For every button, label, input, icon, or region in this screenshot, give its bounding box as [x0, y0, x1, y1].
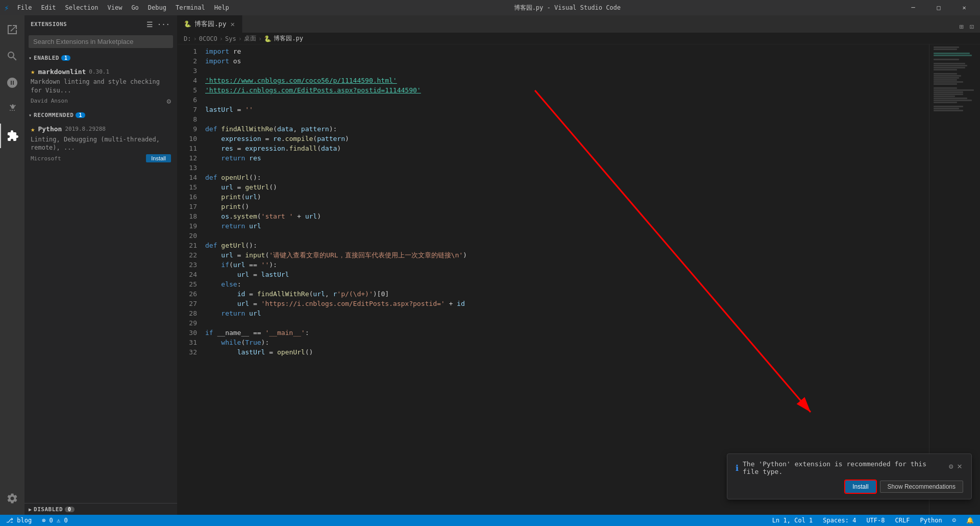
code-line-24: url = lastUrl — [203, 270, 929, 279]
notification-install-button[interactable]: Install — [845, 481, 875, 493]
branch-name: blog — [17, 517, 32, 524]
markdownlint-extension[interactable]: ★ markdownlint 0.30.1 Markdown linting a… — [24, 63, 177, 110]
code-line-32: lastUrl = openUrl() — [203, 347, 929, 357]
sidebar-title: EXTENSIONS — [31, 21, 67, 28]
markdownlint-version: 0.30.1 — [89, 68, 109, 75]
enabled-badge: 1 — [61, 55, 71, 61]
code-line-5: 'https://i.cnblogs.com/EditPosts.aspx?po… — [203, 85, 929, 95]
close-button[interactable]: ✕ — [952, 0, 976, 15]
markdownlint-author: David Anson — [31, 98, 68, 104]
sidebar-more-button[interactable]: ··· — [156, 19, 171, 30]
code-line-22: url = input('请键入查看文章的URL，直接回车代表使用上一次文章的链… — [203, 250, 929, 260]
breadcrumb-sys: Sys — [225, 35, 236, 42]
python-extension[interactable]: ★ Python 2019.8.29288 Linting, Debugging… — [24, 121, 177, 168]
disabled-badge: 0 — [65, 507, 75, 512]
menu-terminal[interactable]: Terminal — [172, 3, 209, 12]
disabled-chevron: ▶ — [29, 507, 32, 512]
code-line-29 — [203, 318, 929, 328]
python-author: Microsoft — [31, 155, 61, 162]
markdownlint-description: Markdown linting and style checking for … — [31, 78, 171, 95]
recommended-badge: 1 — [76, 112, 85, 118]
status-bar: ⎇ blog ⊗ 0 ⚠ 0 Ln 1, Col 1 Spaces: 4 UTF… — [0, 515, 980, 526]
recommended-section-header[interactable]: ▾ RECOMMENDED 1 — [24, 110, 177, 121]
editor-tab-blogpy[interactable]: 🐍 博客园.py ✕ — [178, 15, 242, 33]
enabled-section-header[interactable]: ▾ ENABLED 1 — [24, 52, 177, 63]
code-line-18: os.system('start ' + url) — [203, 211, 929, 221]
tab-close-button[interactable]: ✕ — [229, 19, 235, 29]
code-line-26: id = findAllWithRe(url, r'p/(\d+)')[0] — [203, 289, 929, 299]
activity-extensions[interactable] — [0, 124, 24, 148]
status-feedback[interactable]: ☺ — [950, 517, 958, 524]
notification-show-recommendations-button[interactable]: Show Recommendations — [880, 481, 963, 493]
code-line-14: def openUrl(): — [203, 173, 929, 182]
minimap — [929, 44, 980, 515]
extensions-sidebar: EXTENSIONS ☰ ··· ▾ ENABLED 1 ★ markdown — [24, 15, 178, 515]
code-line-12: return res — [203, 153, 929, 163]
notification-message: The 'Python' extension is recommended fo… — [743, 460, 944, 475]
code-line-2: import os — [203, 56, 929, 66]
status-errors[interactable]: ⊗ 0 ⚠ 0 — [40, 517, 70, 524]
code-line-10: expression = re.compile(pattern) — [203, 134, 929, 144]
code-line-23: if(url == ''): — [203, 260, 929, 270]
code-line-13 — [203, 163, 929, 173]
toggle-sidebar-button[interactable]: ⊡ — [968, 20, 976, 33]
status-notifications[interactable]: 🔔 — [964, 517, 976, 524]
sidebar-header: EXTENSIONS ☰ ··· — [24, 15, 177, 33]
markdownlint-star: ★ — [31, 67, 35, 76]
activity-source-control[interactable] — [0, 70, 24, 95]
activity-bar — [0, 15, 24, 515]
markdownlint-gear-icon[interactable]: ⚙ — [167, 97, 171, 105]
status-encoding[interactable]: UTF-8 — [864, 517, 887, 524]
menu-go[interactable]: Go — [127, 3, 142, 12]
code-line-16: print(url) — [203, 192, 929, 202]
code-line-28: return url — [203, 308, 929, 318]
warning-icon: ⚠ — [57, 517, 64, 524]
menu-view[interactable]: View — [103, 3, 126, 12]
menu-bar: File Edit Selection View Go Debug Termin… — [13, 3, 233, 12]
status-branch[interactable]: ⎇ blog — [4, 517, 34, 524]
split-editor-button[interactable]: ⊞ — [957, 20, 965, 33]
code-line-11: res = expression.findall(data) — [203, 144, 929, 153]
breadcrumb-0coco: 0COCO — [199, 35, 217, 42]
main-container: EXTENSIONS ☰ ··· ▾ ENABLED 1 ★ markdown — [0, 15, 980, 515]
minimize-button[interactable]: ─ — [901, 0, 925, 15]
python-file-icon: 🐍 — [184, 20, 191, 28]
notification-info-icon: ℹ — [736, 463, 739, 473]
status-position[interactable]: Ln 1, Col 1 — [770, 517, 815, 524]
extensions-search-input[interactable] — [29, 35, 173, 48]
warning-count: 0 — [64, 517, 68, 524]
menu-edit[interactable]: Edit — [37, 3, 60, 12]
status-spaces[interactable]: Spaces: 4 — [821, 517, 858, 524]
code-line-3 — [203, 66, 929, 76]
activity-debug[interactable] — [0, 97, 24, 122]
status-language[interactable]: Python — [918, 517, 944, 524]
menu-file[interactable]: File — [13, 3, 36, 12]
sidebar-filter-button[interactable]: ☰ — [145, 19, 154, 30]
maximize-button[interactable]: □ — [927, 0, 950, 15]
notification-gear-icon[interactable]: ⚙ — [948, 461, 954, 471]
breadcrumb-file: 博客园.py — [274, 34, 303, 43]
code-line-19: return url — [203, 221, 929, 231]
breadcrumb-d: D: — [184, 35, 191, 42]
disabled-label: DISABLED 0 — [34, 506, 173, 513]
activity-search[interactable] — [0, 44, 24, 68]
branch-icon: ⎇ — [6, 517, 17, 524]
window-title: 博客园.py - Visual Studio Code — [514, 4, 621, 12]
editor-content: 1 2 3 4 5 6 7 8 9 10 11 12 13 14 15 16 1… — [178, 44, 980, 515]
menu-debug[interactable]: Debug — [144, 3, 170, 12]
python-install-button[interactable]: Install — [146, 154, 171, 162]
menu-selection[interactable]: Selection — [61, 3, 102, 12]
status-line-ending[interactable]: CRLF — [893, 517, 912, 524]
activity-settings[interactable] — [0, 486, 24, 511]
enabled-label: ENABLED 1 — [34, 55, 173, 61]
activity-explorer[interactable] — [0, 17, 24, 42]
disabled-section-header[interactable]: ▶ DISABLED 0 — [24, 504, 177, 515]
vscode-logo: ⚡ — [4, 3, 9, 13]
code-line-15: url = getUrl() — [203, 182, 929, 192]
menu-help[interactable]: Help — [210, 3, 233, 12]
notification-close-button[interactable]: ✕ — [956, 460, 963, 472]
code-line-20 — [203, 231, 929, 241]
code-editor[interactable]: import re import os 'https://www.cnblogs… — [203, 44, 929, 515]
code-line-31: while(True): — [203, 338, 929, 347]
recommended-label: RECOMMENDED 1 — [34, 112, 173, 118]
